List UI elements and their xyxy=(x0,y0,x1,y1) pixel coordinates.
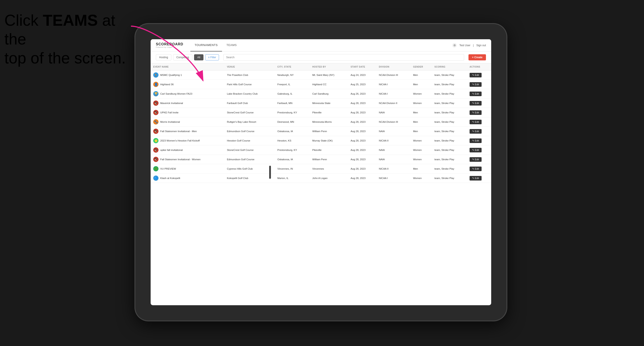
actions-cell: ✎ Edit xyxy=(467,70,491,80)
scoring-cell: team, Stroke Play xyxy=(432,173,467,183)
city-state-cell: Deerwood, MN xyxy=(275,117,310,127)
hosted-by-cell: Pikeville xyxy=(310,108,348,117)
col-city-state: CITY, STATE xyxy=(275,63,310,70)
table-row: 🏆 Carl Sandburg Women FA23 Lake Bracken … xyxy=(151,89,491,99)
event-name-cell: 👤 Highland 36 xyxy=(151,80,224,89)
venue-cell: Ruttger's Bay Lake Resort xyxy=(224,117,275,127)
event-name: Klash at Kokopelli xyxy=(160,177,180,179)
actions-cell: ✎ Edit xyxy=(467,173,491,183)
division-cell: NAIA xyxy=(376,108,411,117)
hosted-by-cell: Pikeville xyxy=(310,146,348,155)
edit-button[interactable]: ✎ Edit xyxy=(470,129,482,134)
table-row: 🦅 Fall Statesmen Invitational - Women Ed… xyxy=(151,155,491,164)
edit-button[interactable]: ✎ Edit xyxy=(470,148,482,152)
city-state-cell: Newburgh, NY xyxy=(275,70,310,80)
event-name: Maverick Invitational xyxy=(160,102,183,104)
search-input[interactable] xyxy=(223,54,464,61)
event-name: Morris Invitational xyxy=(160,121,180,123)
start-date-cell: Aug 28, 2023 xyxy=(348,117,376,127)
start-date-cell: Aug 28, 2023 xyxy=(348,155,376,164)
actions-cell: ✎ Edit xyxy=(467,136,491,146)
sign-out-link[interactable]: Sign out xyxy=(476,44,486,47)
user-name: Test User xyxy=(459,44,470,47)
col-gender: GENDER xyxy=(410,63,432,70)
col-event-name: EVENT NAME xyxy=(151,63,224,70)
nav-tab-tournaments[interactable]: TOURNAMENTS xyxy=(190,39,222,51)
all-filter-button[interactable]: All xyxy=(194,54,204,60)
city-state-cell: Oskaloosa, IA xyxy=(275,155,310,164)
hosted-by-cell: Murray State (OK) xyxy=(310,136,348,146)
event-name-cell: 🦅 Maverick Invitational xyxy=(151,99,224,108)
division-cell: NICAA II xyxy=(376,136,411,146)
start-date-cell: Aug 28, 2023 xyxy=(348,99,376,108)
event-name-cell: 🦅 upike fall invitational xyxy=(151,146,224,155)
edit-button[interactable]: ✎ Edit xyxy=(470,120,482,124)
table-row: 👤 Highland 36 Park Hills Golf Course Fre… xyxy=(151,80,491,89)
edit-button[interactable]: ✎ Edit xyxy=(470,101,482,106)
start-date-cell: Aug 25, 2023 xyxy=(348,80,376,89)
gender-cell: Women xyxy=(410,146,432,155)
col-scoring: SCORING xyxy=(432,63,467,70)
competing-filter-button[interactable]: Competing xyxy=(173,54,192,60)
header-right: ⚙ Test User | Sign out xyxy=(452,43,486,47)
table-body: 🏌️ MSMC Qualifying 1 The Powelton Club N… xyxy=(151,70,491,183)
venue-cell: Hesston Golf Course xyxy=(224,136,275,146)
start-date-cell: Aug 28, 2023 xyxy=(348,164,376,173)
event-name: upike fall invitational xyxy=(160,149,183,151)
gender-cell: Men xyxy=(410,70,432,80)
tournaments-table: EVENT NAME VENUE CITY, STATE HOSTED BY S… xyxy=(151,63,491,305)
edit-button[interactable]: ✎ Edit xyxy=(470,82,482,87)
actions-cell: ✎ Edit xyxy=(467,117,491,127)
event-name: VU PREVIEW xyxy=(160,168,176,170)
edit-button[interactable]: ✎ Edit xyxy=(470,157,482,162)
nav-tabs: TOURNAMENTS TEAMS xyxy=(190,39,452,51)
start-date-cell: Aug 24, 2023 xyxy=(348,70,376,80)
venue-cell: Edmundson Golf Course xyxy=(224,155,275,164)
edit-button[interactable]: ✎ Edit xyxy=(470,110,482,115)
venue-cell: The Powelton Club xyxy=(224,70,275,80)
create-button[interactable]: + Create xyxy=(468,54,486,60)
scoring-cell: team, Stroke Play xyxy=(432,89,467,99)
instruction-bold: TEAMS xyxy=(43,11,98,29)
col-start-date: START DATE xyxy=(348,63,376,70)
scoring-cell: team, Stroke Play xyxy=(432,80,467,89)
gender-cell: Women xyxy=(410,99,432,108)
edit-button[interactable]: ✎ Edit xyxy=(470,139,482,143)
start-date-cell: Aug 28, 2023 xyxy=(348,127,376,136)
start-date-cell: Aug 28, 2023 xyxy=(348,136,376,146)
event-name: Fall Statesmen Invitational - Men xyxy=(160,130,197,133)
actions-cell: ✎ Edit xyxy=(467,164,491,173)
edit-button[interactable]: ✎ Edit xyxy=(470,92,482,96)
event-name-cell: 🏆 Carl Sandburg Women FA23 xyxy=(151,89,224,99)
city-state-cell: Prestonsburg, KY xyxy=(275,146,310,155)
event-name-cell: 🏌️ MSMC Qualifying 1 xyxy=(151,70,224,80)
nav-tab-teams[interactable]: TEAMS xyxy=(222,39,241,51)
division-cell: NCAA Division III xyxy=(376,70,411,80)
event-name-cell: 🐾 Morris Invitational xyxy=(151,117,224,127)
division-cell: NICAA I xyxy=(376,89,411,99)
start-date-cell: Aug 28, 2023 xyxy=(348,146,376,155)
division-cell: NICAA I xyxy=(376,80,411,89)
scoring-cell: team, Stroke Play xyxy=(432,164,467,173)
edit-button[interactable]: ✎ Edit xyxy=(470,73,482,77)
tablet-side-button xyxy=(269,166,271,179)
event-name: UPKE Fall Invite xyxy=(160,111,178,114)
tablet-screen: SCOREBOARD Powered by Clippit TOURNAMENT… xyxy=(151,39,491,305)
edit-button[interactable]: ✎ Edit xyxy=(470,167,482,171)
hosting-filter-button[interactable]: Hosting xyxy=(156,54,171,60)
division-cell: NAIA xyxy=(376,127,411,136)
table-row: 🔷 Klash at Kokopelli Kokopelli Golf Club… xyxy=(151,173,491,183)
table-row: 🦅 Fall Statesmen Invitational - Men Edmu… xyxy=(151,127,491,136)
venue-cell: Lake Bracken Country Club xyxy=(224,89,275,99)
edit-button[interactable]: ✎ Edit xyxy=(470,176,482,180)
app-header: SCOREBOARD Powered by Clippit TOURNAMENT… xyxy=(151,39,491,51)
settings-icon[interactable]: ⚙ xyxy=(452,43,457,47)
actions-cell: ✎ Edit xyxy=(467,89,491,99)
logo-text: SCOREBOARD xyxy=(156,42,184,46)
venue-cell: StoneCrest Golf Course xyxy=(224,108,275,117)
hosted-by-cell: Vincennes xyxy=(310,164,348,173)
actions-cell: ✎ Edit xyxy=(467,108,491,117)
col-actions: ACTIONS xyxy=(467,63,491,70)
scoring-cell: team, Stroke Play xyxy=(432,70,467,80)
filter-button[interactable]: ≡ Filter xyxy=(205,54,219,60)
